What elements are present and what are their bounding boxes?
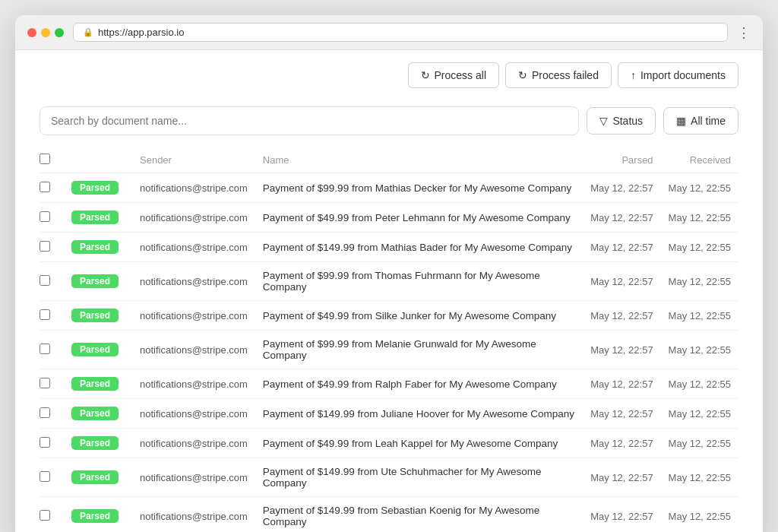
- row-sender-cell: notifications@stripe.com: [132, 458, 255, 497]
- row-checkbox-cell: [40, 173, 64, 203]
- row-checkbox-1[interactable]: [40, 211, 50, 222]
- select-all-header: [40, 147, 64, 173]
- row-name-cell: Payment of $99.99 from Mathias Decker fo…: [255, 173, 583, 203]
- table-row: Parsed notifications@stripe.com Payment …: [40, 262, 738, 301]
- row-parsed-cell: May 12, 22:57: [583, 429, 660, 458]
- status-badge: Parsed: [71, 240, 119, 254]
- row-status-cell: Parsed: [64, 497, 132, 533]
- time-filter-label: All time: [691, 115, 726, 127]
- row-checkbox-cell: [40, 369, 64, 399]
- row-checkbox-7[interactable]: [40, 407, 50, 418]
- address-bar[interactable]: 🔒 https://app.parsio.io: [73, 23, 728, 42]
- import-documents-label: Import documents: [640, 69, 726, 81]
- documents-table-container: Sender Name Parsed Received Parsed notif…: [15, 147, 763, 532]
- row-status-cell: Parsed: [64, 399, 132, 429]
- row-status-cell: Parsed: [64, 262, 132, 301]
- row-sender-cell: notifications@stripe.com: [132, 429, 255, 458]
- row-sender-cell: notifications@stripe.com: [132, 262, 255, 301]
- minimize-button[interactable]: [41, 28, 50, 37]
- row-sender-cell: notifications@stripe.com: [132, 233, 255, 262]
- row-status-cell: Parsed: [64, 203, 132, 233]
- row-name-cell: Payment of $149.99 from Ute Schuhmacher …: [255, 458, 583, 497]
- menu-icon[interactable]: ⋮: [737, 24, 751, 41]
- maximize-button[interactable]: [55, 28, 64, 37]
- row-sender-cell: notifications@stripe.com: [132, 331, 255, 369]
- name-header: Name: [255, 147, 583, 173]
- row-checkbox-cell: [40, 262, 64, 301]
- row-parsed-cell: May 12, 22:57: [583, 497, 660, 533]
- row-received-cell: May 12, 22:55: [661, 429, 738, 458]
- process-failed-label: Process failed: [532, 69, 599, 81]
- filter-icon: ▽: [599, 115, 608, 127]
- row-status-cell: Parsed: [64, 233, 132, 262]
- search-input[interactable]: [40, 106, 579, 135]
- row-checkbox-cell: [40, 399, 64, 429]
- refresh-icon: ↻: [421, 69, 430, 81]
- documents-table: Sender Name Parsed Received Parsed notif…: [40, 147, 738, 532]
- browser-window: 🔒 https://app.parsio.io ⋮ ↻ Process all …: [15, 15, 763, 532]
- row-checkbox-3[interactable]: [40, 275, 50, 286]
- app-content: ↻ Process all ↻ Process failed ↑ Import …: [15, 50, 763, 532]
- row-name-cell: Payment of $99.99 from Melanie Grunwald …: [255, 331, 583, 369]
- row-name-cell: Payment of $149.99 from Sebastian Koenig…: [255, 497, 583, 533]
- row-parsed-cell: May 12, 22:57: [583, 233, 660, 262]
- lock-icon: 🔒: [83, 27, 93, 37]
- row-checkbox-cell: [40, 429, 64, 458]
- table-row: Parsed notifications@stripe.com Payment …: [40, 173, 738, 203]
- table-row: Parsed notifications@stripe.com Payment …: [40, 331, 738, 369]
- import-documents-button[interactable]: ↑ Import documents: [618, 62, 738, 88]
- status-filter-button[interactable]: ▽ Status: [587, 107, 656, 135]
- row-checkbox-cell: [40, 331, 64, 369]
- status-badge: Parsed: [71, 309, 119, 322]
- table-row: Parsed notifications@stripe.com Payment …: [40, 429, 738, 458]
- row-received-cell: May 12, 22:55: [661, 497, 738, 533]
- sender-header: Sender: [132, 147, 255, 173]
- process-failed-button[interactable]: ↻ Process failed: [505, 62, 612, 88]
- row-status-cell: Parsed: [64, 173, 132, 203]
- row-parsed-cell: May 12, 22:57: [583, 458, 660, 497]
- status-badge: Parsed: [71, 181, 119, 195]
- table-row: Parsed notifications@stripe.com Payment …: [40, 399, 738, 429]
- url-text: https://app.parsio.io: [98, 27, 184, 38]
- row-checkbox-cell: [40, 497, 64, 533]
- row-sender-cell: notifications@stripe.com: [132, 399, 255, 429]
- parsed-header: Parsed: [583, 147, 660, 173]
- row-parsed-cell: May 12, 22:57: [583, 262, 660, 301]
- row-checkbox-0[interactable]: [40, 182, 50, 192]
- row-name-cell: Payment of $49.99 from Silke Junker for …: [255, 301, 583, 331]
- row-received-cell: May 12, 22:55: [661, 262, 738, 301]
- upload-icon: ↑: [631, 69, 636, 81]
- row-parsed-cell: May 12, 22:57: [583, 331, 660, 369]
- table-row: Parsed notifications@stripe.com Payment …: [40, 458, 738, 497]
- browser-chrome: 🔒 https://app.parsio.io ⋮: [15, 15, 763, 50]
- status-badge: Parsed: [71, 211, 119, 224]
- row-checkbox-8[interactable]: [40, 437, 50, 448]
- close-button[interactable]: [27, 28, 36, 37]
- row-checkbox-10[interactable]: [40, 510, 50, 521]
- row-name-cell: Payment of $49.99 from Ralph Faber for M…: [255, 369, 583, 399]
- row-received-cell: May 12, 22:55: [661, 369, 738, 399]
- process-all-button[interactable]: ↻ Process all: [408, 62, 499, 88]
- row-sender-cell: notifications@stripe.com: [132, 369, 255, 399]
- row-parsed-cell: May 12, 22:57: [583, 301, 660, 331]
- row-checkbox-2[interactable]: [40, 241, 50, 252]
- row-checkbox-4[interactable]: [40, 309, 50, 320]
- calendar-icon: ▦: [676, 115, 686, 127]
- row-parsed-cell: May 12, 22:57: [583, 399, 660, 429]
- row-name-cell: Payment of $49.99 from Peter Lehmann for…: [255, 203, 583, 233]
- row-status-cell: Parsed: [64, 458, 132, 497]
- row-received-cell: May 12, 22:55: [661, 458, 738, 497]
- row-received-cell: May 12, 22:55: [661, 233, 738, 262]
- select-all-checkbox[interactable]: [40, 154, 50, 164]
- row-received-cell: May 12, 22:55: [661, 301, 738, 331]
- row-status-cell: Parsed: [64, 369, 132, 399]
- row-checkbox-6[interactable]: [40, 378, 50, 388]
- time-filter-button[interactable]: ▦ All time: [663, 107, 738, 135]
- row-received-cell: May 12, 22:55: [661, 399, 738, 429]
- toolbar: ↻ Process all ↻ Process failed ↑ Import …: [15, 50, 763, 100]
- row-checkbox-5[interactable]: [40, 344, 50, 354]
- table-row: Parsed notifications@stripe.com Payment …: [40, 203, 738, 233]
- status-badge: Parsed: [71, 509, 119, 523]
- status-badge: Parsed: [71, 274, 119, 288]
- row-checkbox-9[interactable]: [40, 471, 50, 482]
